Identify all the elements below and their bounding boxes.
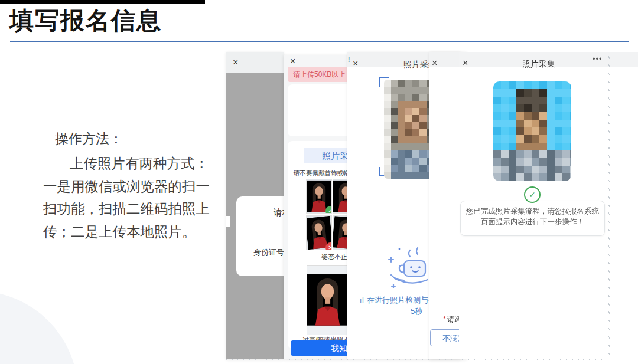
decorative-circle <box>0 291 78 364</box>
instructions-line: 上传照片有两种方式： <box>43 152 220 175</box>
close-icon[interactable]: × <box>353 59 358 68</box>
photo-guideline-card: 照片采集 请不要佩戴首饰或帽子 ✓ ✕ 姿态不正 过亮/暗或光照不均 <box>288 141 347 349</box>
instructions-line: 传；二是上传本地照片。 <box>43 221 220 244</box>
modal-title: 请核 <box>274 207 284 218</box>
cross-badge-icon: ✕ <box>325 242 332 250</box>
id-number-label: 身份证号： <box>253 247 284 258</box>
instructions-heading: 操作方法： <box>55 130 123 148</box>
lighting-example-photo <box>307 265 347 335</box>
example-photo-bad[interactable]: ✕ <box>306 215 332 250</box>
slide: 填写报名信息 操作方法： 上传照片有两种方式： 一是用微信或浏览器的扫一 扫功能… <box>0 0 638 364</box>
top-accent-bar <box>0 0 205 4</box>
upload-size-toast: 请上传50KB以上， <box>288 67 347 82</box>
phone-screen-camera: × 请核 身份证号： <box>226 52 284 359</box>
page-header-title: 照片采集 <box>522 59 555 70</box>
example-photo[interactable] <box>333 179 347 214</box>
exclamation-icon: ! <box>348 55 350 64</box>
pixelated-photo-blue <box>493 81 571 181</box>
page-title: 填写报名信息 <box>9 5 162 37</box>
pixelated-photo <box>384 80 434 179</box>
section-title: 照片采集 <box>304 148 347 163</box>
torn-edge-right <box>608 52 610 361</box>
close-icon[interactable]: × <box>290 57 295 66</box>
example-photo[interactable] <box>333 215 347 250</box>
guideline-tip: 请不要佩戴首饰或帽子 <box>294 169 347 178</box>
close-icon[interactable]: × <box>432 58 437 68</box>
instructions-paragraph: 上传照片有两种方式： 一是用微信或浏览器的扫一 扫功能，扫描二维码拍照上 传；二… <box>43 152 220 243</box>
success-message-line: 页面提示内容进行下一步操作！ <box>461 217 604 227</box>
close-icon[interactable]: × <box>233 58 238 67</box>
title-divider <box>10 41 629 42</box>
modal-edge-fragment <box>226 216 230 227</box>
instructions-line: 扫功能，扫描二维码拍照上 <box>43 198 220 221</box>
required-asterisk: * <box>443 315 446 323</box>
confirm-button[interactable]: 我知道了 <box>291 340 347 356</box>
success-message-line: 您已完成照片采集流程，请您按报名系统 <box>461 206 604 217</box>
success-check-icon: ✓ <box>524 186 541 203</box>
torn-edge-bottom <box>226 359 611 360</box>
close-icon[interactable]: × <box>463 58 468 68</box>
upload-card <box>288 84 347 136</box>
example-photo-good[interactable]: ✓ <box>306 179 332 214</box>
success-message-box: 您已完成照片采集流程，请您按报名系统 页面提示内容进行下一步操作！ <box>460 201 605 236</box>
phone-screen-success: × 照片采集 ••• ✓ 您已完成照片采集流程，请您按报名系统 页面提示内容进行… <box>459 52 638 359</box>
bad-pose-caption: 姿态不正 <box>321 252 347 261</box>
phone-screen-guidelines: × 请上传50KB以上， 照片采集 请不要佩戴首饰或帽子 ✓ ✕ 姿态不正 <box>284 55 347 359</box>
id-confirm-modal: 请核 身份证号： <box>236 196 284 276</box>
countdown-text: 5秒 <box>411 306 422 317</box>
instructions-line: 一是用微信或浏览器的扫一 <box>43 175 220 198</box>
check-badge-icon: ✓ <box>325 206 332 214</box>
more-menu-icon[interactable]: ••• <box>593 54 603 63</box>
